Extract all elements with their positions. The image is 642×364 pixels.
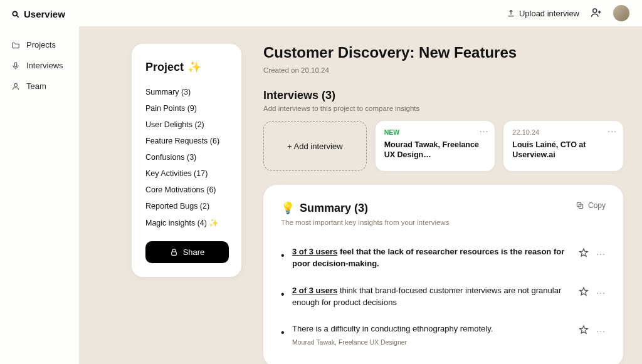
upload-label: Upload interview (519, 9, 579, 18)
interviews-heading: Interviews (3) (263, 89, 623, 102)
insight-list: • 3 of 3 users feel that the lack of res… (281, 239, 606, 355)
interview-date: 22.10.24 (512, 128, 614, 136)
project-nav-item[interactable]: Key Activities (17) (145, 165, 229, 182)
sidebar-item-label: Projects (26, 40, 56, 49)
insight-text: There is a difficulty in conducting ethn… (292, 323, 571, 347)
bullet-icon: • (281, 250, 285, 261)
star-icon (579, 286, 589, 296)
project-nav-item[interactable]: Summary (3) (145, 84, 229, 100)
project-panel-title: Project ✨ (145, 60, 229, 74)
svg-point-3 (14, 83, 18, 86)
insight-text: 3 of 3 users feel that the lack of resea… (292, 246, 571, 270)
search-icon (11, 10, 20, 19)
new-badge: NEW (384, 128, 487, 136)
interview-card[interactable]: ··· 22.10.24 Louis Lainé, CTO at Uservie… (503, 121, 623, 171)
interview-title: Louis Lainé, CTO at Userview.ai (512, 140, 614, 160)
insight-row: • There is a difficulty in conducting et… (281, 316, 606, 355)
svg-rect-2 (14, 62, 17, 66)
star-button[interactable] (579, 286, 589, 299)
row-menu-button[interactable]: ··· (596, 249, 606, 259)
insight-row: • 2 of 3 users think that brand-focused … (281, 278, 606, 316)
project-nav-item[interactable]: Feature Requests (6) (145, 133, 229, 149)
copy-button[interactable]: Copy (576, 201, 606, 210)
sparkles-icon: ✨ (187, 60, 201, 74)
folder-icon (11, 41, 20, 49)
sidebar-item-team[interactable]: Team (0, 76, 79, 96)
sidebar-item-label: Interviews (26, 61, 63, 70)
avatar[interactable] (613, 5, 629, 21)
star-icon (579, 325, 589, 335)
insight-plain: There is a difficulty in conducting ethn… (292, 324, 493, 333)
row-menu-button[interactable]: ··· (596, 288, 606, 298)
svg-point-1 (13, 11, 17, 16)
upload-icon (507, 9, 515, 18)
copy-label: Copy (588, 201, 606, 210)
project-title-text: Project (145, 61, 184, 74)
svg-rect-4 (171, 252, 176, 255)
sidebar: Userview Projects Interviews Team (0, 0, 79, 364)
star-icon (579, 247, 589, 257)
svg-point-0 (593, 9, 597, 13)
page-title: Customer Discovery: New Features (263, 44, 623, 61)
project-nav-list: Summary (3) Pain Points (9) User Delight… (145, 84, 229, 231)
copy-icon (576, 201, 584, 210)
upload-interview-button[interactable]: Upload interview (507, 9, 579, 18)
insight-ratio: 3 of 3 users (292, 247, 337, 256)
brand-name: Userview (24, 9, 65, 19)
created-date: Created on 20.10.24 (263, 66, 623, 74)
project-nav-item[interactable]: Pain Points (9) (145, 100, 229, 117)
sidebar-item-label: Team (26, 81, 46, 91)
add-interview-label: + Add interview (287, 142, 343, 151)
add-user-button[interactable] (591, 7, 602, 20)
insight-caption: Mourad Tawak, Freelance UX Designer (292, 338, 571, 347)
summary-title: 💡 Summary (3) (281, 201, 449, 215)
star-button[interactable] (579, 325, 589, 337)
card-menu-button[interactable]: ··· (480, 126, 489, 136)
card-menu-button[interactable]: ··· (608, 126, 617, 136)
project-nav-item[interactable]: Reported Bugs (2) (145, 198, 229, 214)
bullet-icon: • (281, 327, 285, 338)
project-nav-item[interactable]: Confusions (3) (145, 149, 229, 165)
star-button[interactable] (579, 247, 589, 260)
summary-title-text: Summary (3) (300, 202, 368, 215)
project-nav-item[interactable]: User Delights (2) (145, 117, 229, 133)
summary-subtext: The most important key insights from you… (281, 219, 449, 226)
insight-text: 2 of 3 users think that brand-focused cu… (292, 285, 571, 309)
share-button[interactable]: Share (145, 241, 229, 263)
brand-logo[interactable]: Userview (0, 9, 79, 34)
user-plus-icon (591, 7, 602, 18)
sidebar-item-interviews[interactable]: Interviews (0, 55, 79, 76)
user-icon (11, 82, 20, 91)
summary-card: 💡 Summary (3) The most important key ins… (263, 185, 623, 364)
lock-icon (170, 248, 178, 256)
insight-row: • 3 of 3 users feel that the lack of res… (281, 239, 606, 278)
project-nav-item[interactable]: Magic insights (4) ✨ (145, 214, 229, 231)
share-label: Share (183, 247, 205, 257)
project-nav-item[interactable]: Core Motivations (6) (145, 182, 229, 198)
row-menu-button[interactable]: ··· (596, 326, 606, 336)
add-interview-card[interactable]: + Add interview (263, 121, 367, 171)
mic-icon (11, 61, 20, 70)
bullet-icon: • (281, 289, 285, 300)
insight-ratio: 2 of 3 users (292, 286, 337, 295)
sidebar-item-projects[interactable]: Projects (0, 34, 79, 55)
bulb-icon: 💡 (281, 201, 295, 215)
interview-cards-row: + Add interview ··· NEW Mourad Tawak, Fr… (263, 121, 623, 171)
project-panel: Project ✨ Summary (3) Pain Points (9) Us… (132, 44, 241, 277)
top-bar: Upload interview (0, 0, 642, 26)
interviews-subtext: Add interviews to this project to compar… (263, 105, 623, 112)
interview-card[interactable]: ··· NEW Mourad Tawak, Freelance UX Desig… (376, 121, 495, 171)
interview-title: Mourad Tawak, Freelance UX Design… (384, 140, 487, 160)
main-content: Customer Discovery: New Features Created… (263, 44, 623, 364)
